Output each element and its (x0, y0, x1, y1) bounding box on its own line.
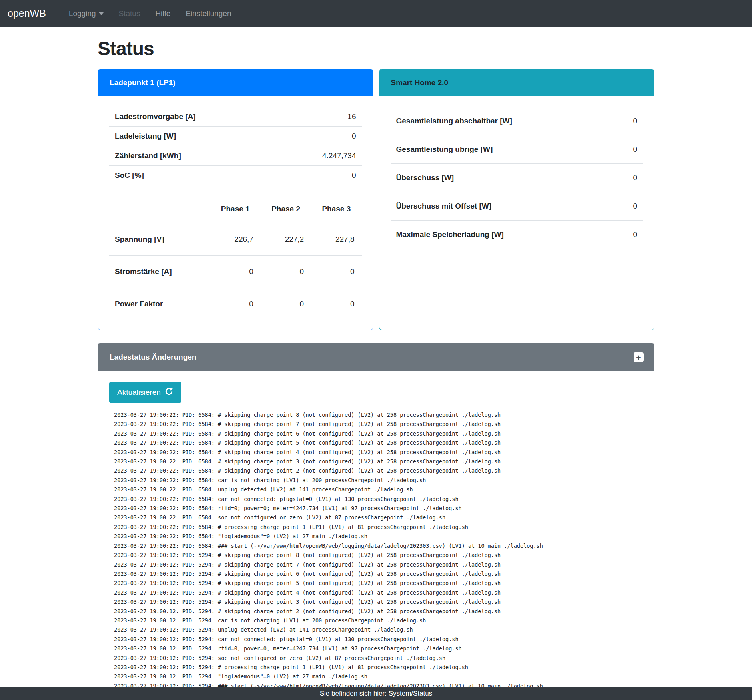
phase-row-label: Spannung [V] (109, 223, 210, 256)
phase-row-label: Stromstärke [A] (109, 256, 210, 288)
ladepunkt-row: Zählerstand [kWh]4.247,734 (109, 146, 362, 166)
ladepunkt-row: SoC [%]0 (109, 166, 362, 185)
phase-column-header: Phase 1 (210, 195, 261, 223)
phase-row-value: 0 (210, 256, 261, 288)
page-title: Status (98, 38, 654, 60)
chevron-down-icon (99, 12, 104, 15)
smarthome-value: 0 (616, 135, 643, 164)
phase-table-corner (109, 195, 210, 223)
ladepunkt-row: Ladestromvorgabe [A]16 (109, 107, 362, 127)
nav-item-hilfe[interactable]: Hilfe (148, 5, 178, 22)
smarthome-card-header: Smart Home 2.0 (379, 69, 654, 96)
smarthome-card-body: Gesamtleistung abschaltbar [W]0Gesamtlei… (379, 96, 654, 330)
main-container: Status Ladepunkt 1 (LP1) Ladestromvorgab… (98, 27, 654, 700)
smarthome-value: 0 (616, 164, 643, 192)
phase-row: Spannung [V]226,7227,2227,8 (109, 223, 362, 256)
smarthome-label: Überschuss [W] (391, 164, 616, 192)
ladepunkt-card-body: Ladestromvorgabe [A]16Ladeleistung [W]0Z… (98, 96, 373, 330)
phase-row: Stromstärke [A]000 (109, 256, 362, 288)
ladepunkt-row: Ladeleistung [W]0 (109, 127, 362, 146)
smarthome-value: 0 (616, 221, 643, 249)
refresh-button[interactable]: Aktualisieren (109, 382, 181, 403)
phase-column-header: Phase 2 (261, 195, 311, 223)
footer-text: Sie befinden sich hier: System/Status (320, 690, 433, 698)
nav-item-status[interactable]: Status (111, 5, 148, 22)
phase-row-value: 227,2 (261, 223, 311, 256)
log-output: 2023-03-27 19:00:22: PID: 6584: # skippi… (109, 410, 643, 700)
phase-row-label: Power Faktor (109, 288, 210, 320)
ladepunkt-card: Ladepunkt 1 (LP1) Ladestromvorgabe [A]16… (98, 69, 373, 330)
ladestatus-card-title: Ladestatus Änderungen (110, 353, 196, 361)
ladepunkt-card-header: Ladepunkt 1 (LP1) (98, 69, 373, 96)
smarthome-label: Gesamtleistung abschaltbar [W] (391, 107, 616, 135)
ladepunkt-value: 0 (279, 166, 361, 185)
navbar: openWB LoggingStatusHilfeEinstellungen (0, 0, 752, 27)
brand-openwb[interactable]: openWB (8, 8, 46, 19)
ladepunkt-value: 16 (279, 107, 361, 127)
ladepunkt-value: 4.247,734 (279, 146, 361, 166)
phase-row: Power Faktor000 (109, 288, 362, 320)
phase-row-value: 0 (261, 288, 311, 320)
phase-row-value: 227,8 (311, 223, 361, 256)
status-cards-row: Ladepunkt 1 (LP1) Ladestromvorgabe [A]16… (98, 69, 654, 330)
expand-plus-button[interactable]: + (634, 352, 644, 362)
ladepunkt-value: 0 (279, 127, 361, 146)
smarthome-row: Gesamtleistung abschaltbar [W]0 (391, 107, 643, 135)
smarthome-row: Überschuss [W]0 (391, 164, 643, 192)
smarthome-label: Gesamtleistung übrige [W] (391, 135, 616, 164)
footer-breadcrumb: Sie befinden sich hier: System/Status (0, 687, 752, 700)
nav-links: LoggingStatusHilfeEinstellungen (61, 5, 239, 22)
refresh-icon (165, 387, 173, 398)
refresh-button-label: Aktualisieren (117, 388, 161, 397)
smarthome-label: Überschuss mit Offset [W] (391, 192, 616, 221)
smarthome-value: 0 (616, 107, 643, 135)
phase-row-value: 0 (261, 256, 311, 288)
phase-table: Phase 1Phase 2Phase 3 Spannung [V]226,72… (109, 195, 362, 320)
phase-column-header: Phase 3 (311, 195, 361, 223)
ladestatus-card-body: Aktualisieren 2023-03-27 19:00:22: PID: … (98, 371, 654, 700)
smarthome-row: Überschuss mit Offset [W]0 (391, 192, 643, 221)
ladepunkt-label: Ladestromvorgabe [A] (109, 107, 279, 127)
smarthome-row: Gesamtleistung übrige [W]0 (391, 135, 643, 164)
ladepunkt-label: Zählerstand [kWh] (109, 146, 279, 166)
smarthome-value: 0 (616, 192, 643, 221)
plus-icon: + (636, 353, 641, 362)
phase-row-value: 0 (311, 288, 361, 320)
nav-item-logging[interactable]: Logging (61, 5, 111, 22)
smarthome-card: Smart Home 2.0 Gesamtleistung abschaltba… (379, 69, 655, 330)
phase-row-value: 0 (210, 288, 261, 320)
phase-row-value: 226,7 (210, 223, 261, 256)
ladepunkt-label: SoC [%] (109, 166, 279, 185)
ladestatus-card: Ladestatus Änderungen + Aktualisieren 20… (98, 343, 654, 700)
ladepunkt-label: Ladeleistung [W] (109, 127, 279, 146)
phase-row-value: 0 (311, 256, 361, 288)
smarthome-values-table: Gesamtleistung abschaltbar [W]0Gesamtlei… (391, 107, 643, 249)
ladestatus-card-header: Ladestatus Änderungen + (98, 343, 654, 371)
smarthome-label: Maximale Speicherladung [W] (391, 221, 616, 249)
nav-item-einstellungen[interactable]: Einstellungen (178, 5, 239, 22)
ladepunkt-values-table: Ladestromvorgabe [A]16Ladeleistung [W]0Z… (109, 107, 362, 185)
smarthome-row: Maximale Speicherladung [W]0 (391, 221, 643, 249)
